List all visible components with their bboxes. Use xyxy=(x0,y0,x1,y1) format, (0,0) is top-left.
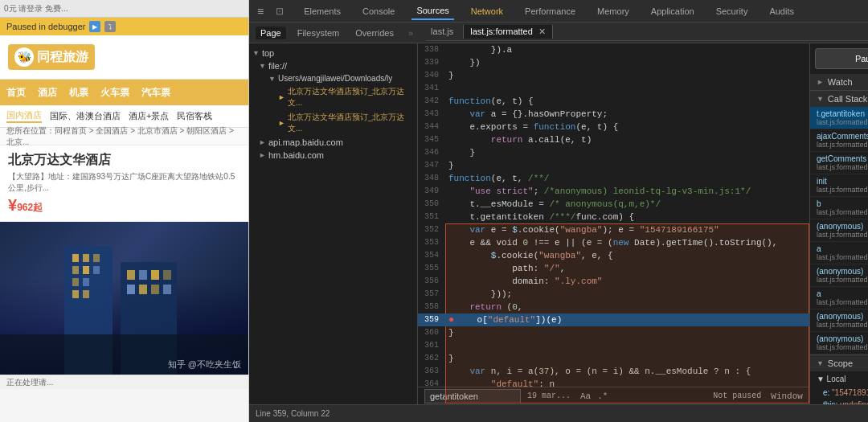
hotel-header: 北京万达文华酒店 【大望路】地址：建国路93号万达广场C座距离大望路地铁站0.5… xyxy=(0,145,248,222)
file-tab-lastjs[interactable]: last.js xyxy=(426,25,458,38)
code-search-bar: 19 mar... Aa .* Not paused Window xyxy=(418,387,809,404)
file-tab-lastjs-formatted[interactable]: last.js:formatted ✕ xyxy=(463,25,553,39)
code-line-354: 354 $.cookie("wangba", e, { xyxy=(418,249,809,262)
code-editor: 338 }).a 339 }) 340} 341 342 function(e,… xyxy=(418,43,809,404)
code-line-346: 346 } xyxy=(418,146,809,159)
status-bar: 正在处理请... xyxy=(0,375,248,389)
scope-item-e: e: "15471891661..." xyxy=(817,387,868,399)
tab-memory[interactable]: Memory xyxy=(592,3,634,19)
toolbar-tab-page[interactable]: Page xyxy=(256,27,286,39)
code-line-350: 350 t.__esModule = /* anonymous(q,m,e)*/ xyxy=(418,198,809,211)
tree-item-hotel1[interactable]: ► 北京万达文华酒店预订_北京万达文... xyxy=(249,84,417,110)
toolbar-tab-filesystem[interactable]: Filesystem xyxy=(293,27,345,39)
devtools-status-bar: Line 359, Column 22 xyxy=(249,404,868,422)
scope-header[interactable]: ▼ Scope xyxy=(810,355,868,371)
close-file-tab[interactable]: ✕ xyxy=(538,27,546,36)
watermark-small: 知乎 @不吃夹生饭 xyxy=(168,358,241,371)
tab-security[interactable]: Security xyxy=(711,3,753,19)
scope-local-label: ▼ Local xyxy=(817,375,868,383)
tree-item-file[interactable]: ▼ file:// xyxy=(249,59,417,72)
code-line-353: 353 e && void 0 !== e || (e = (new Date)… xyxy=(418,236,809,249)
call-stack-item-8[interactable]: a last.js:formatted:11 xyxy=(810,287,868,309)
search-window-label: Window xyxy=(771,391,803,401)
call-stack-item-1[interactable]: ajaxComments last.js:formatted:5199 xyxy=(810,129,868,152)
devtools-top-bar: ≡ ⊡ Elements Console Sources Network Per… xyxy=(249,0,868,23)
svg-rect-4 xyxy=(72,266,79,274)
svg-rect-6 xyxy=(93,266,100,274)
scope-section: ▼ Scope ▼ Local e: "15471891661..." this… xyxy=(810,355,868,404)
code-line-342: 342 function(e, t) { xyxy=(418,95,809,108)
toolbar-tab-overrides[interactable]: Overrides xyxy=(350,27,399,39)
watch-header[interactable]: ► Watch xyxy=(810,74,868,90)
svg-rect-14 xyxy=(151,270,159,280)
call-stack-item-6[interactable]: a last.js:formatted:11 xyxy=(810,242,868,264)
svg-rect-10 xyxy=(83,290,89,298)
debug-pause-icon[interactable]: ▶ xyxy=(89,21,100,32)
nav-bus[interactable]: 汽车票 xyxy=(141,86,170,100)
svg-rect-2 xyxy=(83,254,89,262)
tree-item-hotel2[interactable]: ► 北京万达文华酒店预订_北京万达文... xyxy=(249,110,417,136)
debug-label: Paused in debugger xyxy=(6,22,85,31)
svg-rect-18 xyxy=(151,285,159,294)
code-line-360: 360} xyxy=(418,326,809,339)
nav-flight[interactable]: 机票 xyxy=(69,86,88,100)
code-line-359: 359 ● o["default"])(e) xyxy=(418,313,809,326)
search-input[interactable] xyxy=(424,389,521,404)
nav-home[interactable]: 首页 xyxy=(6,86,26,100)
tab-performance[interactable]: Performance xyxy=(520,3,580,19)
search-case-icon[interactable]: Aa xyxy=(580,391,591,401)
sub-nav-intl[interactable]: 国际、港澳台酒店 xyxy=(50,110,121,122)
code-line-345: 345 return a.call(e, t) xyxy=(418,133,809,146)
tab-application[interactable]: Application xyxy=(646,3,699,19)
tree-item-downloads[interactable]: ▼ Users/wangjilawei/Downloads/ly xyxy=(249,72,417,84)
sub-nav-bnb[interactable]: 民宿客栈 xyxy=(177,110,212,122)
nav-hotel[interactable]: 酒店 xyxy=(38,86,57,100)
code-line-363: 363 var n, i = a(37), o = (n = i) && n._… xyxy=(418,365,809,378)
call-stack-item-7[interactable]: (anonymous) last.js:formatted:1582 xyxy=(810,264,868,287)
tab-sources[interactable]: Sources xyxy=(411,2,453,20)
tree-item-baidu-map[interactable]: ► api.map.baidu.com xyxy=(249,136,417,149)
call-stack-item-5[interactable]: (anonymous) last.js:formatted:1794 xyxy=(810,219,868,242)
tab-console[interactable]: Console xyxy=(358,3,399,19)
devtools-dock-icon[interactable]: ⊡ xyxy=(276,6,284,17)
logo-text: 同程旅游 xyxy=(37,49,88,66)
tree-item-top[interactable]: ▼ top xyxy=(249,47,417,59)
code-line-352: 352 var e = $.cookie("wangba"); e = "154… xyxy=(418,223,809,236)
call-stack-item-3[interactable]: init last.js:formatted:4988 xyxy=(810,174,868,197)
site-top-bar: 0元 请登录 免费... xyxy=(0,0,248,18)
hotel-name: 北京万达文华酒店 xyxy=(8,152,240,169)
svg-rect-13 xyxy=(139,270,147,280)
sub-nav-domestic[interactable]: 国内酒店 xyxy=(6,109,42,123)
call-stack-item-2[interactable]: getComments last.js:formatted:5193 xyxy=(810,152,868,174)
code-line-338: 338 }).a xyxy=(418,43,809,56)
tree-item-hm-baidu[interactable]: ► hm.baidu.com xyxy=(249,149,417,162)
hotel-address: 【大望路】地址：建国路93号万达广场C座距离大望路地铁站0.5公里,步行... xyxy=(8,171,240,194)
sub-nav-hotel-scenic[interactable]: 酒店+景点 xyxy=(129,110,169,122)
call-stack-item-9[interactable]: (anonymous) last.js:formatted:42 xyxy=(810,309,868,332)
call-stack-section: ▼ Call Stack t.getantitoken last.js:form… xyxy=(810,91,868,355)
search-regex-icon[interactable]: .* xyxy=(597,391,608,401)
call-stack-header[interactable]: ▼ Call Stack xyxy=(810,91,868,107)
call-stack-item-10[interactable]: (anonymous) last.js:formatted:43 xyxy=(810,332,868,354)
nav-train[interactable]: 火车票 xyxy=(100,86,129,100)
code-line-340: 340} xyxy=(418,69,809,82)
tab-network[interactable]: Network xyxy=(466,3,508,19)
call-stack-item-0[interactable]: t.getantitoken last.js:formatted:359 xyxy=(810,107,868,129)
site-top-links: 0元 请登录 免费... xyxy=(4,3,68,14)
code-line-355: 355 path: "/", xyxy=(418,262,809,275)
sources-toolbar: Page Filesystem Overrides » last.js last… xyxy=(249,23,868,43)
call-stack-item-4[interactable]: b last.js:formatted:1613 xyxy=(810,197,868,219)
watch-section: ► Watch xyxy=(810,74,868,91)
tab-audits[interactable]: Audits xyxy=(764,3,799,19)
devtools-main: ▼ top ▼ file:// ▼ Users/wangjilawei/Down… xyxy=(249,43,868,404)
hotel-price: ¥962起 xyxy=(8,196,240,215)
code-line-344: 344 e.exports = function(e, t) { xyxy=(418,121,809,133)
scope-item-this: this: undefined xyxy=(817,399,868,404)
code-line-339: 339 }) xyxy=(418,56,809,69)
debug-step-icon[interactable]: ⤵ xyxy=(104,21,116,32)
code-line-343: 343 var a = {}.hasOwnProperty; xyxy=(418,108,809,121)
devtools-menu-icon[interactable]: ≡ xyxy=(257,5,264,18)
breadcrumb: 您所在位置：同程首页 > 全国酒店 > 北京市酒店 > 朝阳区酒店 > 北京..… xyxy=(0,128,248,145)
tab-elements[interactable]: Elements xyxy=(299,3,346,19)
debug-bar: Paused in debugger ▶ ⤵ xyxy=(0,18,248,35)
